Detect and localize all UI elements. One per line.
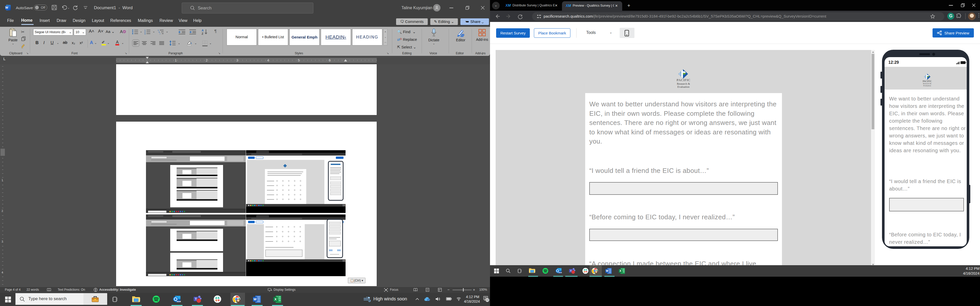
svg-text:1: 1: [158, 29, 159, 31]
svg-text:X: X: [274, 297, 277, 301]
svg-text:T: T: [570, 269, 572, 272]
svg-text:A: A: [202, 29, 204, 32]
svg-text:W: W: [606, 270, 608, 272]
svg-text:W: W: [253, 297, 257, 301]
svg-text:a: a: [159, 31, 160, 33]
svg-text:NEW: NEW: [558, 272, 562, 273]
svg-text:2: 2: [145, 31, 145, 33]
svg-text:NEW: NEW: [177, 301, 181, 303]
svg-text:i: i: [428, 299, 429, 301]
svg-text:X: X: [620, 270, 621, 272]
svg-text:i: i: [160, 33, 160, 35]
svg-text:1: 1: [145, 29, 145, 31]
svg-text:Z: Z: [202, 32, 204, 35]
svg-text:3: 3: [145, 33, 145, 35]
